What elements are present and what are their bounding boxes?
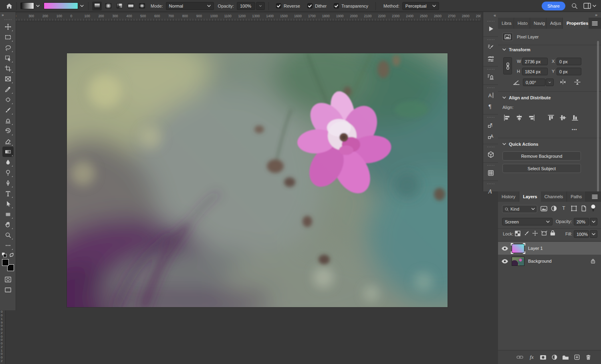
visibility-eye-icon[interactable] (498, 259, 512, 263)
ruler-horizontal[interactable]: 0300200100010020030040050060070080090010… (16, 13, 481, 21)
transform-section-header[interactable]: Transform (502, 47, 530, 52)
align-more-icon[interactable]: ••• (572, 127, 577, 132)
new-layer-icon[interactable] (573, 354, 581, 361)
workspace-switcher[interactable] (583, 3, 596, 9)
remove-background-button[interactable]: Remove Background (502, 151, 581, 161)
reverse-checkbox[interactable]: Reverse (276, 3, 300, 8)
align-middle-vertical-icon[interactable] (560, 115, 567, 121)
lock-position-icon[interactable] (532, 230, 538, 236)
foreground-color-swatch[interactable] (2, 259, 9, 266)
share-button[interactable]: Share (542, 2, 565, 10)
tab-adjustments[interactable]: Adjus (547, 18, 563, 29)
mode-select[interactable]: Normal (166, 2, 214, 10)
layer-opacity-field[interactable]: 20% (574, 218, 589, 225)
image-filter-icon[interactable] (540, 206, 547, 211)
select-subject-button[interactable]: Select Subject (502, 164, 581, 173)
tool-eyedropper[interactable] (2, 84, 14, 95)
fill-chevron[interactable] (590, 230, 597, 238)
layer-row-layer1[interactable]: Layer 1 (498, 242, 601, 255)
layer-style-fx-icon[interactable]: fx (528, 354, 536, 361)
paragraph-styles-panel-icon[interactable]: ¶ (485, 119, 497, 131)
y-field[interactable]: 0 px (557, 68, 581, 75)
linear-gradient-icon[interactable] (92, 2, 102, 10)
collapse-panels-icon[interactable]: « (494, 13, 496, 18)
background-thumbnail[interactable] (512, 257, 524, 266)
lock-all-icon[interactable] (550, 230, 555, 236)
width-field[interactable]: 2736 px (522, 58, 548, 65)
tool-pen[interactable] (2, 178, 14, 188)
tab-layers[interactable]: Layers (519, 191, 540, 202)
delete-layer-icon[interactable] (584, 354, 592, 361)
link-layers-icon[interactable] (516, 354, 524, 361)
new-adjustment-icon[interactable] (551, 354, 559, 361)
document-canvas[interactable] (67, 53, 448, 307)
align-bottom-icon[interactable] (572, 115, 579, 121)
tool-crop[interactable] (2, 63, 14, 74)
character-panel-icon[interactable]: A (485, 90, 497, 101)
tool-move[interactable] (2, 22, 14, 32)
tool-rectangle[interactable] (2, 209, 14, 219)
expand-toolbar-icon[interactable]: » (0, 12, 5, 18)
filter-kind-select[interactable]: Kind (502, 205, 537, 213)
smart-object-filter-icon[interactable] (581, 205, 587, 211)
new-group-icon[interactable] (561, 354, 569, 361)
layer-opacity-chevron[interactable] (590, 218, 597, 225)
tool-dodge[interactable] (2, 167, 14, 178)
layer-lock-icon[interactable] (591, 258, 595, 264)
x-field[interactable]: 0 px (557, 58, 581, 65)
patterns-panel-icon[interactable] (485, 167, 497, 179)
lock-pixels-icon[interactable] (524, 230, 530, 236)
tool-type[interactable] (2, 188, 14, 199)
paragraph-panel-icon[interactable]: ¶ (485, 101, 497, 112)
tab-histogram[interactable]: Histo (514, 18, 530, 29)
tab-properties[interactable]: Properties (563, 18, 589, 29)
lock-artboard-icon[interactable] (541, 231, 547, 236)
tool-lasso[interactable] (2, 42, 14, 53)
tool-zoom[interactable] (2, 230, 14, 240)
add-mask-icon[interactable] (539, 354, 547, 361)
angle-chevron[interactable] (546, 78, 554, 86)
tool-healing-brush[interactable] (2, 95, 14, 105)
align-left-icon[interactable] (504, 115, 511, 121)
toolbar-grip[interactable] (4, 19, 12, 20)
tool-blur[interactable] (2, 157, 14, 167)
align-section-header[interactable]: Align and Distribute (502, 95, 551, 100)
tab-navigator[interactable]: Navig (530, 18, 547, 29)
height-field[interactable]: 1824 px (522, 68, 548, 75)
transparency-checkbox[interactable]: Transparency (334, 3, 368, 8)
swap-colors-icon[interactable] (9, 252, 14, 257)
screen-mode-icon[interactable] (2, 285, 14, 295)
fill-field[interactable]: 100% (574, 230, 589, 238)
layer-name[interactable]: Layer 1 (528, 246, 543, 251)
tab-channels[interactable]: Channels (541, 191, 567, 202)
angle-field[interactable]: 0,00° (523, 78, 545, 86)
dither-checkbox[interactable]: Dither (307, 3, 327, 8)
layer-name[interactable]: Background (528, 259, 552, 263)
character-styles-panel-icon[interactable]: A (485, 131, 497, 142)
opacity-chevron[interactable] (256, 2, 265, 10)
tool-clone-stamp[interactable] (2, 115, 14, 126)
layer1-thumbnail[interactable] (512, 244, 524, 253)
adjustment-filter-icon[interactable] (551, 205, 557, 211)
brush-settings-panel-icon[interactable] (485, 42, 497, 53)
tool-eraser[interactable] (2, 136, 14, 147)
tool-gradient[interactable] (2, 147, 14, 157)
type-filter-icon[interactable]: T (561, 205, 567, 211)
home-icon[interactable] (6, 2, 13, 10)
filter-toggle[interactable] (591, 205, 596, 212)
brushes-panel-icon[interactable] (485, 53, 497, 64)
quick-actions-header[interactable]: Quick Actions (502, 142, 538, 147)
method-select[interactable]: Perceptual (402, 2, 439, 10)
tool-rectangular-marquee[interactable] (2, 32, 14, 42)
flip-horizontal-icon[interactable] (559, 79, 567, 85)
link-dimensions-icon[interactable] (503, 57, 512, 74)
lock-transparent-icon[interactable] (515, 231, 520, 236)
gradient-preset-picker[interactable] (20, 2, 40, 9)
diamond-gradient-icon[interactable] (137, 2, 147, 10)
align-center-horizontal-icon[interactable] (516, 115, 523, 121)
actions-panel-icon[interactable] (485, 23, 497, 34)
shape-filter-icon[interactable] (571, 205, 577, 211)
tab-paths[interactable]: Paths (567, 191, 586, 202)
tab-libraries[interactable]: Libra (498, 18, 514, 29)
tool-brush[interactable] (2, 105, 14, 115)
